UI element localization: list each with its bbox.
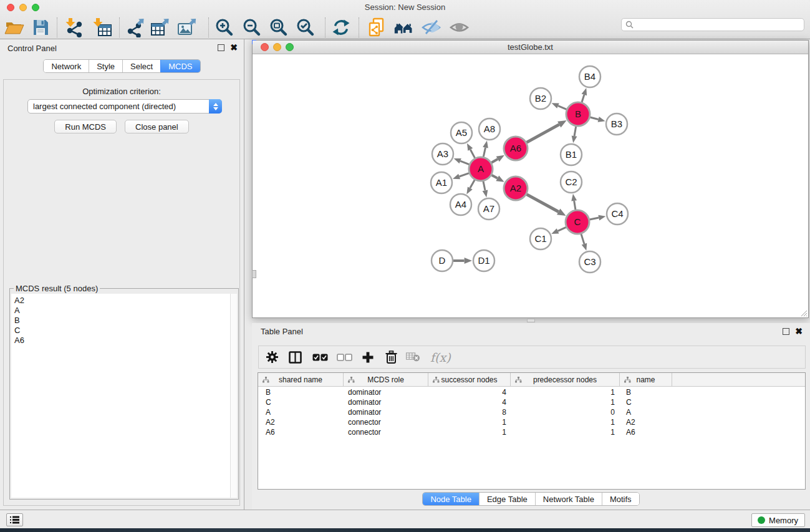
edge-A-A1[interactable] xyxy=(460,173,470,177)
edge-A-A4[interactable] xyxy=(470,180,475,188)
mcds-result-list[interactable]: A2ABCA6 xyxy=(11,294,237,498)
float-panel-button[interactable] xyxy=(218,44,224,51)
net-minimize-button[interactable] xyxy=(273,43,281,51)
column-header-name[interactable]: name xyxy=(620,373,672,386)
table-row[interactable]: Bdominator41B xyxy=(258,388,805,398)
export-image-button[interactable] xyxy=(176,17,198,38)
net-zoom-button[interactable] xyxy=(286,43,294,51)
column-header-shared-name[interactable]: shared name xyxy=(258,373,344,386)
mcds-result-item[interactable]: A xyxy=(14,306,237,316)
save-session-button[interactable] xyxy=(30,17,51,38)
delete-column-button[interactable] xyxy=(385,351,397,364)
edge-A-A2[interactable] xyxy=(491,175,497,178)
edge-A6-B[interactable] xyxy=(527,125,559,143)
function-builder-button[interactable]: f(x) xyxy=(430,351,451,364)
net-close-button[interactable] xyxy=(261,43,269,51)
mcds-result-item[interactable]: C xyxy=(14,326,237,336)
edge-B-B2[interactable] xyxy=(558,106,567,110)
table-tab-node-table[interactable]: Node Table xyxy=(423,493,479,505)
task-history-button[interactable] xyxy=(6,513,23,526)
graph-node-A[interactable]: A xyxy=(469,157,493,181)
graph-node-D1[interactable]: D1 xyxy=(473,250,494,271)
search-input[interactable] xyxy=(621,18,804,31)
graph-node-A8[interactable]: A8 xyxy=(479,118,500,140)
import-network-button[interactable] xyxy=(63,17,84,38)
zoom-selected-button[interactable] xyxy=(295,17,316,38)
import-table-button[interactable] xyxy=(92,17,113,38)
graph-node-C2[interactable]: C2 xyxy=(561,172,582,193)
graph-node-B3[interactable]: B3 xyxy=(606,114,627,135)
graph-node-B[interactable]: B xyxy=(566,102,590,126)
show-all-button[interactable] xyxy=(448,17,470,38)
result-scrollbar[interactable] xyxy=(230,294,237,498)
mcds-result-item[interactable]: A6 xyxy=(14,336,237,346)
run-mcds-button[interactable]: Run MCDS xyxy=(54,120,117,133)
export-table-button[interactable] xyxy=(150,17,171,38)
delete-table-button[interactable] xyxy=(406,352,420,362)
table-row[interactable]: A6connector11A6 xyxy=(258,428,805,438)
duplicate-network-button[interactable] xyxy=(366,17,387,38)
graph-node-A5[interactable]: A5 xyxy=(451,122,472,143)
close-panel-button[interactable]: ✖ xyxy=(230,44,238,51)
hide-selected-button[interactable] xyxy=(420,17,441,38)
zoom-in-button[interactable] xyxy=(214,17,235,38)
graph-node-C3[interactable]: C3 xyxy=(579,251,600,273)
zoom-out-button[interactable] xyxy=(241,17,263,38)
edge-B-B1[interactable] xyxy=(574,127,576,136)
table-tab-motifs[interactable]: Motifs xyxy=(602,493,639,505)
edge-C-C1[interactable] xyxy=(558,227,566,231)
edge-A-A8[interactable] xyxy=(483,148,485,157)
mcds-result-item[interactable]: A2 xyxy=(14,296,237,306)
graph-node-A3[interactable]: A3 xyxy=(432,143,453,165)
edge-A-A6[interactable] xyxy=(491,159,498,163)
network-canvas[interactable]: B4B2BB3A5A8A6A3B1AA1C2A2A4A7C4CC1C3DD1 xyxy=(253,55,808,317)
graph-node-B4[interactable]: B4 xyxy=(579,66,600,87)
minimize-window-button[interactable] xyxy=(19,4,27,11)
tab-style[interactable]: Style xyxy=(89,60,122,72)
network-window-titlebar[interactable]: testGlobe.txt xyxy=(253,41,808,54)
memory-button[interactable]: Memory xyxy=(751,513,805,527)
graph-node-A6[interactable]: A6 xyxy=(504,137,528,160)
graph-node-A7[interactable]: A7 xyxy=(478,198,499,220)
graph-node-C4[interactable]: C4 xyxy=(607,203,628,225)
home-button[interactable] xyxy=(393,17,414,38)
column-header-MCDS-role[interactable]: MCDS role xyxy=(344,373,428,386)
add-column-button[interactable] xyxy=(362,351,374,364)
edge-A-A5[interactable] xyxy=(470,150,475,158)
graph-node-A1[interactable]: A1 xyxy=(431,172,452,193)
toggle-panel-layout-button[interactable] xyxy=(289,351,302,364)
table-settings-button[interactable] xyxy=(266,351,278,363)
resize-grip-icon[interactable] xyxy=(799,309,808,317)
column-header-successor-nodes[interactable]: successor nodes xyxy=(428,373,511,386)
graph-node-B2[interactable]: B2 xyxy=(530,88,551,109)
table-row[interactable]: Cdominator41C xyxy=(258,398,805,408)
graph-node-D[interactable]: D xyxy=(432,250,453,271)
mcds-result-item[interactable]: B xyxy=(14,316,237,326)
zoom-window-button[interactable] xyxy=(32,4,39,11)
open-file-button[interactable] xyxy=(4,17,25,38)
edge-C-C2[interactable] xyxy=(574,201,576,210)
deselect-all-button[interactable] xyxy=(337,354,352,361)
table-row[interactable]: Adominator80A xyxy=(258,408,805,418)
edge-C-C4[interactable] xyxy=(590,218,599,220)
edge-A-A3[interactable] xyxy=(460,161,469,165)
table-row[interactable]: A2connector11A2 xyxy=(258,418,805,428)
edge-A2-C[interactable] xyxy=(527,195,559,212)
horizontal-splitter-handle[interactable] xyxy=(527,319,535,322)
float-table-panel-button[interactable] xyxy=(783,328,789,335)
table-tab-network-table[interactable]: Network Table xyxy=(535,493,602,505)
select-all-button[interactable] xyxy=(312,354,328,361)
edge-C-C3[interactable] xyxy=(581,234,584,244)
table-tab-edge-table[interactable]: Edge Table xyxy=(479,493,535,505)
criterion-select[interactable]: largest connected component (directed) xyxy=(27,99,222,114)
edge-A-A7[interactable] xyxy=(483,181,485,191)
close-table-panel-button[interactable]: ✖ xyxy=(795,328,803,335)
refresh-button[interactable] xyxy=(330,17,352,38)
graph-node-B1[interactable]: B1 xyxy=(561,144,582,165)
export-network-button[interactable] xyxy=(125,17,147,38)
graph-node-C1[interactable]: C1 xyxy=(530,228,551,249)
graph-node-A4[interactable]: A4 xyxy=(450,194,471,215)
zoom-fit-button[interactable] xyxy=(268,17,289,38)
close-panel-button2[interactable]: Close panel xyxy=(125,120,189,133)
graph-node-C[interactable]: C xyxy=(566,210,589,234)
